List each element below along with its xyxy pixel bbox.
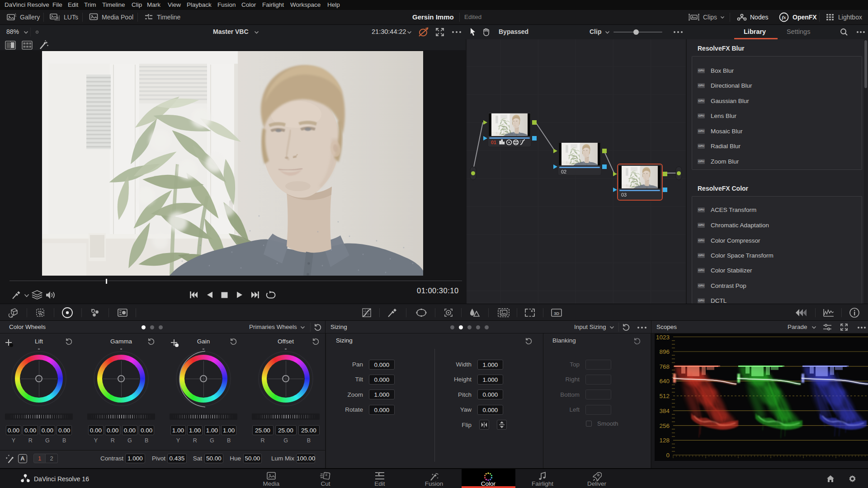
svg-text:1023: 1023 (656, 334, 670, 341)
svg-text:768: 768 (659, 363, 670, 370)
svg-text:384: 384 (659, 408, 670, 414)
svg-text:3D: 3D (554, 311, 559, 316)
svg-text:0: 0 (666, 452, 670, 459)
svg-text:01: 01 (491, 140, 496, 145)
svg-text:fx: fx (782, 14, 786, 20)
svg-text:256: 256 (659, 422, 670, 429)
svg-text:03: 03 (621, 192, 627, 197)
svg-text:02: 02 (561, 169, 566, 174)
svg-text:896: 896 (659, 348, 670, 355)
svg-text:512: 512 (659, 393, 670, 399)
svg-text:128: 128 (659, 437, 670, 444)
svg-text:640: 640 (659, 378, 670, 385)
